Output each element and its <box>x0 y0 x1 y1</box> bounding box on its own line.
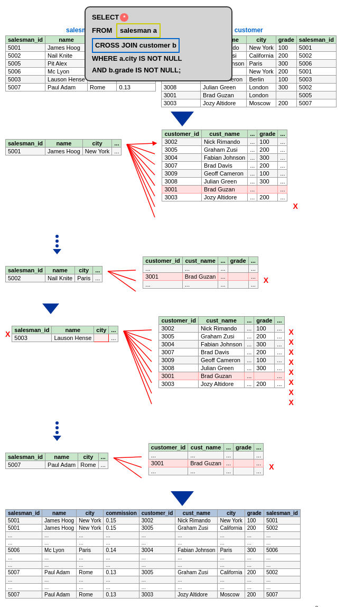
res-col-5: customer_id <box>139 510 175 517</box>
diagram1-customer: customer_idcust_name...grade... 3002Nick… <box>162 130 287 201</box>
diagram-section-3: X salesman_idnamecity... 5003Lauson Hens… <box>5 316 359 419</box>
table-row: 3004Fabian Johnson...300... <box>159 341 284 348</box>
dotted-arrow-1 <box>53 235 61 254</box>
cross-join-line: CROSS JOIN customer b <box>92 38 180 53</box>
arrow-down-final <box>171 491 194 506</box>
x-mark-2: X <box>264 276 268 284</box>
table-row: ............ <box>143 281 258 289</box>
table-row: 3001Brad GuzanLondon5005 <box>161 91 336 99</box>
table-row: 5001James HoogNew York0.153005Graham Zus… <box>6 525 301 532</box>
table-row: 3008Julian Green...300... <box>162 178 287 186</box>
x-mark-1: X <box>293 202 297 210</box>
sql-line3: CROSS JOIN customer b <box>92 38 225 53</box>
sql-line5: AND b.grade IS NOT NULL; <box>92 65 225 76</box>
arrow-down-1 <box>171 112 194 126</box>
diagram1-arrows <box>126 139 157 233</box>
table-row: 3007Brad Davis...200... <box>159 348 284 356</box>
table-row: 5002Nail KniteParis... <box>6 274 102 282</box>
table-row: 5007Paul AdamRome0.133005Graham ZusiCali… <box>6 569 301 576</box>
col-salesman-id: salesman_id <box>6 36 45 44</box>
arrow-down-2 <box>42 304 59 314</box>
table-row-ellipsis: ........................... <box>6 584 301 591</box>
diagram3-salesman: salesman_idnamecity... 5003Lauson Hense.… <box>12 326 118 342</box>
table-row: 5006Mc LyonParis0.143004Fabian JohnsonPa… <box>6 547 301 554</box>
from-keyword: FROM <box>92 25 112 36</box>
svg-line-8 <box>108 270 136 271</box>
table-row-circled: 3001Brad Guzan...... <box>162 186 287 194</box>
table-row: 3003Jozy Altidore...200... <box>159 380 284 388</box>
diagram2-arrows <box>107 266 138 301</box>
col-name: name <box>45 36 88 44</box>
svg-line-9 <box>108 271 136 281</box>
table-row-circled: 3001Brad Guzan...... <box>159 372 284 380</box>
dotted-arrow-2 <box>53 421 61 441</box>
table-row: 3008Julian Green...300... <box>159 364 284 372</box>
diagram2-customer: customer_idcust_name...grade... ........… <box>143 256 258 289</box>
table-row: 3009Geoff Cameron...100... <box>159 356 284 364</box>
res-col-7: city <box>218 510 245 517</box>
table-row: ............ <box>148 452 263 459</box>
table-row: 5007Paul AdamRome... <box>6 461 108 469</box>
sql-box: SELECT* FROM salesman a CROSS JOIN custo… <box>85 6 232 81</box>
table-row-ellipsis: ........................... <box>6 562 301 569</box>
diagram4-salesman: salesman_idnamecity... 5007Paul AdamRome… <box>5 453 108 469</box>
table-row-ellipsis: ........................... <box>6 554 301 562</box>
diagram3-arrows <box>123 326 154 419</box>
result-table: salesman_id name city commission custome… <box>5 509 301 599</box>
svg-line-17 <box>124 331 152 393</box>
svg-line-11 <box>124 330 152 331</box>
x-marks-3: X X X X X X X X <box>289 327 294 407</box>
diagram3-customer: customer_idcust_name...grade... 3002Nick… <box>158 316 284 388</box>
res-col-2: name <box>42 510 77 517</box>
table-row: 3002Nick Rimando...100... <box>162 138 287 146</box>
table-row-circled: 3001Brad Guzan...... <box>143 273 258 281</box>
table-row: 3008Julian GreenLondon3005002 <box>161 84 336 91</box>
col-grade: grade <box>276 36 296 44</box>
svg-line-4 <box>127 144 155 186</box>
sql-line4: WHERE a.city IS NOT NULL <box>92 53 225 65</box>
col-city2: city <box>247 36 276 44</box>
table-row: 5001James HoogNew York0.153002Nick Riman… <box>6 517 301 525</box>
svg-line-20 <box>114 458 142 467</box>
table-row: ............ <box>148 467 263 475</box>
table-row: 3005Graham Zusi...200... <box>162 146 287 154</box>
sql-line2: FROM salesman a <box>92 23 225 38</box>
table-row: 3009Geoff Cameron...100... <box>162 170 287 178</box>
table-row: 3005Graham Zusi...200... <box>159 333 284 341</box>
res-col-3: city <box>77 510 104 517</box>
diagram3-x-wrapper: X salesman_idnamecity... 5003Lauson Hens… <box>5 326 118 342</box>
diagram-section-4: salesman_idnamecity... 5007Paul AdamRome… <box>5 443 359 488</box>
diagram-section-2: salesman_idnamecity... 5002Nail KnitePar… <box>5 256 359 301</box>
res-col-8: grade <box>245 510 264 517</box>
result-section: salesman_id name city commission custome… <box>5 509 359 599</box>
svg-line-0 <box>127 143 155 144</box>
sql-line1: SELECT* <box>92 12 225 23</box>
res-col-9: salesman_id <box>264 510 300 517</box>
x-mark-4: X <box>269 463 274 471</box>
col-salesman-id2: salesman_id <box>296 36 336 44</box>
table-row-ellipsis: ........................... <box>6 532 301 539</box>
table-row-ellipsis: ........................... <box>6 576 301 584</box>
res-col-6: cust_name <box>175 510 218 517</box>
diagram4-arrows <box>113 453 144 488</box>
svg-line-7 <box>127 144 155 217</box>
select-keyword: SELECT <box>92 13 119 21</box>
diagram2-salesman: salesman_idnamecity... 5002Nail KnitePar… <box>5 266 102 282</box>
svg-line-15 <box>124 331 152 372</box>
table-row-circled: 3001Brad Guzan...... <box>148 459 263 467</box>
star-symbol: * <box>120 13 128 22</box>
table-row: 5003Lauson Hense... <box>12 334 118 342</box>
diagram4-customer: customer_idcust_name...grade... ........… <box>148 443 264 475</box>
res-col-1: salesman_id <box>6 510 42 517</box>
svg-line-19 <box>114 457 142 458</box>
table-row: 3003Jozy Altidore...200... <box>162 194 287 201</box>
svg-line-21 <box>114 458 142 478</box>
x-mark-left-3: X <box>5 330 10 338</box>
from-value: salesman a <box>116 23 161 38</box>
table-row: 3002Nick Rimando...100... <box>159 325 284 333</box>
table-row: 5007Paul AdamRome0.133003Jozy AltidoreMo… <box>6 591 301 599</box>
table-row-ellipsis: ........................... <box>6 539 301 547</box>
svg-line-18 <box>124 331 152 404</box>
svg-line-10 <box>108 271 136 291</box>
table-row: 3004Fabian Johnson...300... <box>162 154 287 162</box>
